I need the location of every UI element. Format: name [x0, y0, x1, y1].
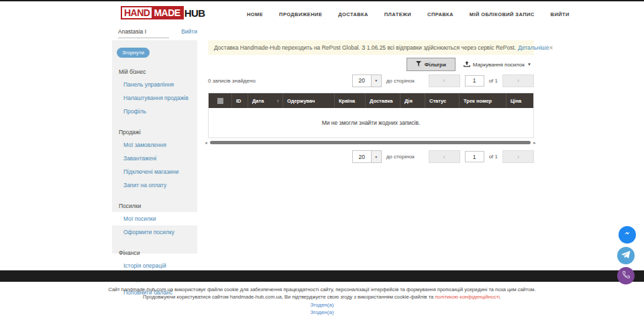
checkbox-icon: [217, 98, 223, 104]
telegram-button[interactable]: [617, 247, 635, 264]
page-of-label: of 1: [489, 154, 498, 160]
agree-link[interactable]: Згоден(а): [0, 302, 644, 308]
sidebar-section-business: Мій бізнес Панель управління Налаштуванн…: [112, 66, 197, 118]
column-header-id[interactable]: ID: [232, 93, 248, 108]
table-empty-state: Ми не змогли знайти жодних записів.: [209, 108, 533, 138]
sidebar-section-title: Фінанси: [112, 247, 197, 259]
horizontal-scrollbar: ◄ ►: [204, 140, 537, 146]
pagination-top: 20 ▼ до сторінок ‹ of 1 ›: [352, 74, 534, 87]
parcels-table: ID Дата↑ Одержувач Країна Доставка Дія С…: [208, 93, 534, 138]
column-header-status[interactable]: Статус: [425, 93, 460, 108]
page-number-input[interactable]: [465, 151, 484, 162]
sidebar-section-parcels: Посилки Мої посилки Оформити посилку: [112, 200, 197, 239]
records-row: 0 записів знайдено 20 ▼ до сторінок ‹ of…: [208, 74, 534, 87]
logo-box: HANDMADE: [121, 6, 184, 19]
chevron-down-icon[interactable]: ▼: [371, 151, 381, 162]
viber-phone-icon: [622, 270, 631, 282]
records-count: 0 записів знайдено: [208, 78, 256, 84]
next-page-button[interactable]: ›: [502, 150, 534, 163]
per-page-select[interactable]: 20 ▼: [352, 150, 382, 163]
nav-logout[interactable]: ВИЙТИ: [551, 11, 570, 17]
toolbar: Фільтри Маркування посилок ▼: [208, 58, 534, 71]
agree-link[interactable]: Згоден(а): [0, 309, 644, 315]
nav-promotion[interactable]: ПРОДВИЖЕНИЕ: [279, 11, 322, 17]
logo-hand: HAND: [122, 7, 152, 18]
scroll-right-icon[interactable]: ►: [533, 141, 537, 145]
user-name: Anastasia I: [118, 28, 169, 38]
pagination-bottom-row: 20 ▼ до сторінок ‹ of 1 ›: [208, 150, 534, 163]
scrollbar-thumb[interactable]: [210, 141, 531, 144]
filters-button[interactable]: Фільтри: [407, 58, 455, 71]
telegram-icon: [621, 249, 631, 262]
scroll-left-icon[interactable]: ◄: [204, 141, 208, 145]
filter-funnel-icon: [416, 61, 421, 68]
table-header-row: ID Дата↑ Одержувач Країна Доставка Дія С…: [209, 93, 533, 108]
prev-page-button[interactable]: ‹: [429, 74, 460, 87]
nav-payments[interactable]: ПЛАТЕЖИ: [384, 11, 411, 17]
select-all-checkbox[interactable]: [209, 93, 232, 108]
column-header-action[interactable]: Дія: [400, 93, 425, 108]
prev-page-button[interactable]: ‹: [429, 150, 460, 163]
banner-details-link[interactable]: Детальніше: [518, 44, 549, 51]
sidebar-section-title: Продажі: [112, 126, 197, 138]
nav-home[interactable]: HOME: [247, 11, 263, 17]
per-page-value: 20: [353, 154, 371, 160]
column-header-date[interactable]: Дата↑: [248, 93, 283, 108]
viber-button[interactable]: [617, 267, 635, 284]
chevron-down-icon: ▼: [527, 62, 531, 66]
nav-help[interactable]: СПРАВКА: [427, 11, 453, 17]
repost-info-banner: Доставка Handmade-Hub переходить на RePo…: [208, 40, 534, 55]
chevron-down-icon[interactable]: ▼: [371, 75, 381, 87]
column-header-country[interactable]: Країна: [335, 93, 366, 108]
nav-my-account[interactable]: МІЙ ОБЛІКОВИЙ ЗАПИС: [470, 11, 535, 17]
parcel-marking-label: Маркування посилок: [473, 62, 525, 68]
close-icon[interactable]: ×: [549, 44, 553, 52]
column-header-recipient[interactable]: Одержувач: [283, 93, 335, 108]
sidebar-item-uploaded[interactable]: Завантажені: [112, 152, 197, 165]
next-page-button[interactable]: ›: [502, 74, 534, 87]
sidebar-item-create-parcel[interactable]: Оформити посилку: [112, 225, 197, 239]
cookie-line-1: Сайт handmade-hub.com.ua використовує фа…: [0, 286, 644, 294]
sidebar-section-title: Мій бізнес: [112, 66, 197, 78]
sidebar-item-connected-stores[interactable]: Підключені магазини: [112, 165, 197, 178]
user-row: Anastasia I Вийти: [118, 28, 197, 38]
column-header-delivery[interactable]: Доставка: [366, 93, 400, 108]
logo-hub: HUB: [184, 7, 205, 19]
messenger-button[interactable]: [619, 226, 636, 244]
top-header: HANDMADE HUB HOME ПРОДВИЖЕНИЕ ДОСТАВКА П…: [0, 1, 644, 27]
messenger-icon: [622, 228, 633, 242]
sidebar-item-my-orders[interactable]: Мої замовлення: [112, 138, 197, 152]
per-page-label: до сторінок: [386, 78, 415, 84]
filters-button-label: Фільтри: [425, 62, 446, 68]
sidebar-section-title: Посилки: [112, 200, 197, 212]
sidebar-item-profile[interactable]: Профіль: [112, 105, 197, 118]
page-number-input[interactable]: [465, 75, 484, 87]
handmade-hub-logo[interactable]: HANDMADE HUB: [121, 6, 205, 19]
logo-made: MADE: [152, 7, 182, 18]
column-header-track-number[interactable]: Трек номер: [460, 93, 506, 108]
sort-asc-icon[interactable]: ↑: [277, 99, 280, 103]
cookie-line-2: Продовжуючи користуватися сайтом handmad…: [0, 294, 644, 301]
per-page-select[interactable]: 20 ▼: [352, 74, 382, 87]
sidebar-item-sales-settings[interactable]: Налаштування продажів: [112, 91, 197, 105]
page-of-label: of 1: [489, 78, 498, 84]
cookie-notice: Сайт handmade-hub.com.ua використовує фа…: [0, 286, 644, 301]
banner-text: Доставка Handmade-Hub переходить на RePo…: [214, 44, 516, 51]
column-header-date-label: Дата: [252, 98, 264, 104]
privacy-policy-link[interactable]: політикою конфіденційності: [435, 294, 500, 300]
column-header-price[interactable]: Ціна: [506, 93, 533, 108]
sidebar-section-sales: Продажі Мої замовлення Завантажені Підкл…: [112, 126, 197, 192]
sidebar-item-my-parcels[interactable]: Мої посилки: [112, 212, 197, 225]
sidebar-item-dashboard[interactable]: Панель управління: [112, 78, 197, 91]
cookie-line-2-text: Продовжуючи користуватися сайтом handmad…: [143, 294, 435, 300]
sidebar-logout-link[interactable]: Вийти: [181, 28, 197, 35]
main-nav: HOME ПРОДВИЖЕНИЕ ДОСТАВКА ПЛАТЕЖИ СПРАВК…: [247, 1, 570, 27]
cookie-line-2-suffix: .: [500, 294, 501, 300]
upload-icon: [464, 61, 470, 68]
footer-dark-bar: [0, 270, 644, 282]
nav-delivery[interactable]: ДОСТАВКА: [338, 11, 368, 17]
sidebar-item-payment-request[interactable]: Запит на оплату: [112, 178, 197, 192]
parcel-marking-dropdown[interactable]: Маркування посилок ▼: [464, 61, 534, 68]
collapse-button[interactable]: Згорнути: [117, 48, 150, 58]
sidebar: Згорнути Мій бізнес Панель управління На…: [112, 40, 197, 254]
